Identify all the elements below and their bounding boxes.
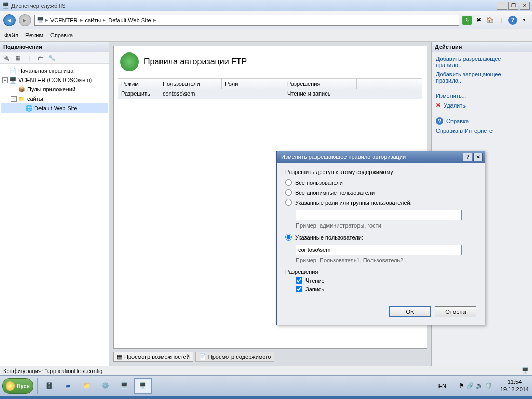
system-tray: EN ⚑ 🔗 🔈 🛡️ 11:54 19.12.2014 xyxy=(436,379,532,392)
breadcrumb[interactable]: 🖥️ ▸ VCENTER ▸ сайты ▸ Default Web Site … xyxy=(34,15,459,26)
center-content: Правила авторизации FTP Режим Пользовате… xyxy=(113,46,427,349)
app-pools-icon: 📦 xyxy=(18,86,25,93)
perm-read[interactable]: Чтение xyxy=(296,277,476,284)
view-tabs: ▦ Просмотр возможностей 📄 Просмотр содер… xyxy=(113,352,427,362)
roles-hint: Пример: администраторы, гости xyxy=(296,222,476,229)
tb-iis-icon[interactable]: 🖥️ xyxy=(134,378,152,394)
collapse-icon[interactable]: − xyxy=(2,77,8,83)
ftp-auth-icon xyxy=(120,52,139,71)
tree-label: Пулы приложений xyxy=(27,86,75,92)
help-dropdown-icon[interactable]: ▾ xyxy=(520,16,529,25)
tray-network-icon[interactable]: 🔗 xyxy=(467,382,474,389)
tree-app-pools[interactable]: 📦 Пулы приложений xyxy=(1,85,108,94)
radio-all-anon-input[interactable] xyxy=(285,189,292,196)
action-edit[interactable]: Изменить... xyxy=(436,92,528,99)
collapse-icon[interactable]: − xyxy=(11,96,17,102)
home-nav-icon[interactable]: 🏠 xyxy=(485,16,495,25)
breadcrumb-item[interactable]: сайты xyxy=(84,17,102,23)
edit-allow-rule-dialog: Изменить разрешающее правило авторизации… xyxy=(276,151,485,325)
language-indicator[interactable]: EN xyxy=(436,382,448,390)
cell-perms: Чтение и запись xyxy=(284,89,357,99)
status-text: Конфигурация: "applicationHost.config" xyxy=(3,368,104,374)
tree-server[interactable]: − 🖥️ VCENTER (CONTOSO\sem) xyxy=(1,75,108,85)
status-icon: 🖥️ xyxy=(522,367,529,375)
col-mode[interactable]: Режим xyxy=(118,79,159,89)
tb-server-manager-icon[interactable]: 🗄️ xyxy=(41,378,58,394)
breadcrumb-item[interactable]: VCENTER xyxy=(49,17,79,23)
radio-roles-input[interactable] xyxy=(285,199,292,206)
tab-features[interactable]: ▦ Просмотр возможностей xyxy=(113,352,193,362)
tray-volume-icon[interactable]: 🔈 xyxy=(476,382,483,389)
cancel-button[interactable]: Отмена xyxy=(435,306,476,317)
action-online-help[interactable]: Справка в Интернете xyxy=(436,128,528,134)
radio-all-users-input[interactable] xyxy=(285,179,292,186)
perm-write-checkbox[interactable] xyxy=(296,286,302,292)
breadcrumb-item[interactable]: Default Web Site xyxy=(107,17,152,23)
col-users[interactable]: Пользователи xyxy=(159,79,222,89)
nav-forward-button[interactable]: ► xyxy=(19,14,31,26)
tray-clock[interactable]: 11:54 19.12.2014 xyxy=(496,379,529,392)
stop-icon[interactable]: ✖ xyxy=(474,16,483,25)
content-icon: 📄 xyxy=(199,353,206,360)
ok-button[interactable]: ОК xyxy=(389,306,431,317)
tree-label: сайты xyxy=(27,96,43,102)
close-button[interactable]: ✕ xyxy=(520,2,530,10)
up-icon[interactable]: 🗀 xyxy=(36,54,45,62)
dialog-help-button[interactable]: ? xyxy=(463,153,472,161)
perm-read-label: Чтение xyxy=(305,277,325,284)
tree-sites[interactable]: − 📁 сайты xyxy=(1,94,108,103)
breadcrumb-sep: ▸ xyxy=(45,17,48,23)
start-page-icon: 📄 xyxy=(9,67,17,74)
dialog-close-button[interactable]: ✕ xyxy=(473,153,483,161)
menu-file[interactable]: Файл xyxy=(4,32,18,38)
radio-users[interactable]: Указанные пользователи: xyxy=(285,234,476,241)
perm-read-checkbox[interactable] xyxy=(296,277,302,284)
tree-default-site[interactable]: 🌐 Default Web Site xyxy=(1,103,108,113)
action-delete[interactable]: ✕ Удалить xyxy=(436,102,528,109)
roles-input[interactable] xyxy=(296,210,462,220)
tray-flag-icon[interactable]: ⚑ xyxy=(459,382,464,389)
tray-shield-icon[interactable]: 🛡️ xyxy=(485,382,493,389)
restore-button[interactable]: ❐ xyxy=(508,2,518,10)
tree-start-page[interactable]: 📄 Начальная страница xyxy=(1,66,108,75)
tb-powershell-icon[interactable]: ▰ xyxy=(59,378,77,394)
window-titlebar: 🖥️ Диспетчер служб IIS _ ❐ ✕ xyxy=(0,0,532,11)
tree-label: Начальная страница xyxy=(18,68,73,74)
tb-explorer-icon[interactable]: 📁 xyxy=(78,378,96,394)
tb-monitor-icon[interactable]: 🖥️ xyxy=(115,378,133,394)
users-hint: Пример: Пользователь1, Пользователь2 xyxy=(296,257,476,263)
radio-roles[interactable]: Указанные роли или группы пользователей: xyxy=(285,199,476,206)
col-perms[interactable]: Разрешения xyxy=(284,79,357,89)
connect-icon[interactable]: 🔌 xyxy=(2,54,10,62)
tab-content-label: Просмотр содержимого xyxy=(208,354,271,360)
settings-icon[interactable]: 🔧 xyxy=(48,54,56,62)
connections-pane: Подключения 🔌 ▦ | 🗀 🔧 📄 Начальная страни… xyxy=(0,42,109,366)
dialog-titlebar[interactable]: Изменить разрешающее правило авторизации… xyxy=(277,151,485,163)
tab-content[interactable]: 📄 Просмотр содержимого xyxy=(195,352,275,362)
start-button[interactable]: Пуск xyxy=(2,378,33,394)
save-icon[interactable]: ▦ xyxy=(14,54,22,62)
col-roles[interactable]: Роли xyxy=(222,79,284,89)
perm-write[interactable]: Запись xyxy=(296,286,476,292)
start-label: Пуск xyxy=(17,383,30,389)
action-add-allow[interactable]: Добавить разрешающее правило... xyxy=(436,56,528,68)
refresh-icon[interactable]: ↻ xyxy=(462,16,472,25)
tb-config-icon[interactable]: ⚙️ xyxy=(97,378,114,394)
users-input[interactable] xyxy=(296,245,462,255)
nav-back-button[interactable]: ◄ xyxy=(3,14,16,26)
action-help[interactable]: ? Справка xyxy=(436,117,528,125)
minimize-button[interactable]: _ xyxy=(497,2,507,10)
radio-users-label: Указанные пользователи: xyxy=(295,234,363,241)
radio-all-users[interactable]: Все пользователи xyxy=(285,179,476,186)
features-icon: ▦ xyxy=(117,353,122,360)
action-add-deny[interactable]: Добавить запрещающее правило... xyxy=(436,71,528,84)
nav-sep: | xyxy=(497,16,506,25)
connections-toolbar: 🔌 ▦ | 🗀 🔧 xyxy=(0,52,109,64)
radio-all-anon[interactable]: Все анонимные пользователи xyxy=(285,189,476,196)
site-icon: 🌐 xyxy=(25,104,33,112)
radio-users-input[interactable] xyxy=(285,234,292,241)
table-row[interactable]: Разрешить contoso\sem Чтение и запись xyxy=(118,89,422,99)
menu-help[interactable]: Справка xyxy=(50,32,73,38)
help-icon[interactable]: ? xyxy=(508,16,517,25)
menu-mode[interactable]: Режим xyxy=(25,32,43,38)
